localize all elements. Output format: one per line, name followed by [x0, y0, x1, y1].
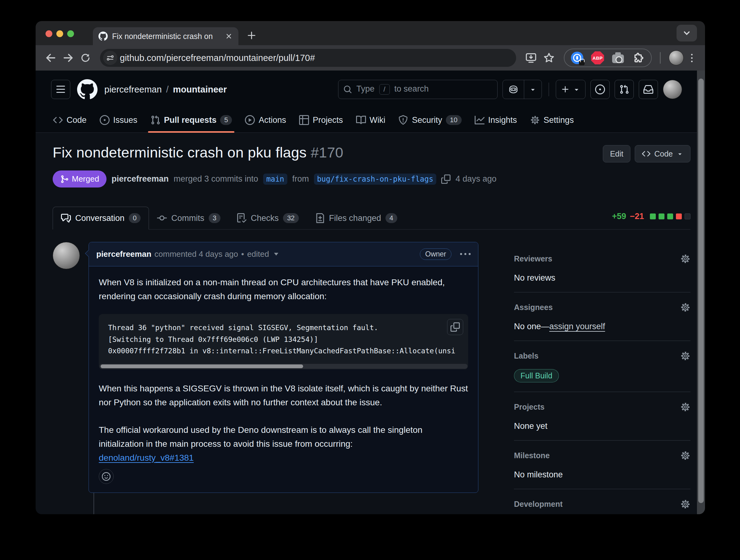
play-icon: [245, 115, 255, 125]
copy-branch-button[interactable]: [441, 175, 451, 184]
tab-checks[interactable]: Checks 32: [228, 207, 307, 229]
search-placeholder: Type / to search: [356, 84, 492, 95]
comment-options-button[interactable]: [460, 249, 471, 259]
search-input[interactable]: Type / to search: [338, 80, 497, 99]
minimize-window-button[interactable]: [56, 30, 63, 37]
project-icon: [299, 115, 309, 125]
code-line: 0x00007ffff2f728b1 in v8::internal::Free…: [108, 347, 455, 355]
close-tab-icon[interactable]: [225, 32, 233, 40]
git-merge-icon: [60, 175, 69, 184]
gear-icon[interactable]: [680, 402, 690, 412]
repo-tab-wiki[interactable]: Wiki: [351, 110, 390, 132]
git-pull-request-icon: [151, 115, 160, 125]
breadcrumb-repo[interactable]: mountaineer: [173, 85, 226, 95]
lock-icon: [579, 60, 584, 65]
header-actions: Type / to search: [338, 80, 682, 99]
graph-icon: [475, 115, 484, 125]
close-window-button[interactable]: [45, 30, 52, 37]
reviewers-value: No reviews: [514, 273, 690, 283]
repo-tab-projects[interactable]: Projects: [294, 110, 348, 132]
add-reaction-button[interactable]: [99, 469, 114, 484]
issues-dashboard-button[interactable]: [590, 80, 610, 99]
github-header: piercefreeman / mountaineer Type / to se…: [35, 71, 697, 105]
browser-profile-avatar[interactable]: [669, 50, 684, 65]
browser-toolbar: github.com/piercefreeman/mountaineer/pul…: [35, 45, 705, 71]
code-horizontal-scrollbar[interactable]: [99, 364, 468, 369]
comment-meta-dot: •: [241, 249, 244, 259]
issue-link[interactable]: denoland/rusty_v8#1381: [99, 453, 194, 462]
copilot-button[interactable]: [502, 80, 542, 99]
repo-tab-actions[interactable]: Actions: [240, 110, 291, 132]
label-full-build[interactable]: Full Build: [514, 369, 559, 382]
pull-requests-dashboard-button[interactable]: [615, 80, 634, 99]
browser-menu-button[interactable]: [687, 54, 697, 62]
scrollbar-thumb[interactable]: [101, 364, 303, 368]
edited-caret-icon[interactable]: [274, 253, 278, 255]
code-button[interactable]: Code: [635, 145, 690, 162]
user-avatar[interactable]: [663, 80, 682, 99]
repo-tab-settings[interactable]: Settings: [525, 110, 579, 132]
breadcrumb-owner[interactable]: piercefreeman: [104, 85, 162, 95]
site-info-button[interactable]: [103, 51, 117, 65]
page-scrollbar[interactable]: [697, 71, 705, 514]
pr-sidebar: Reviewers No reviews Assignees No one—as…: [514, 242, 690, 514]
tab-search-button[interactable]: [676, 25, 697, 41]
sidebar-divider: [514, 341, 690, 341]
code-icon: [642, 149, 651, 158]
pr-main: Fix nondeterministic crash on pku flags …: [35, 133, 697, 514]
zoom-window-button[interactable]: [67, 30, 74, 37]
back-button[interactable]: [43, 51, 58, 65]
head-branch-badge[interactable]: bug/fix-crash-on-pku-flags: [314, 174, 437, 185]
install-app-button[interactable]: [524, 50, 538, 65]
assign-yourself-link[interactable]: assign yourself: [549, 322, 605, 331]
screenshot-extension-button[interactable]: [612, 51, 625, 64]
copy-code-button[interactable]: [447, 319, 463, 335]
issue-opened-icon: [595, 85, 605, 94]
gear-icon[interactable]: [680, 450, 690, 461]
comment-edited[interactable]: edited: [247, 249, 269, 259]
create-new-button[interactable]: [556, 80, 585, 99]
comment-author-avatar[interactable]: [53, 242, 80, 269]
repo-tab-issues[interactable]: Issues: [95, 110, 143, 132]
repo-tab-security[interactable]: Security10: [393, 110, 466, 132]
forward-button[interactable]: [61, 51, 75, 65]
notifications-button[interactable]: [639, 80, 658, 99]
tab-conversation[interactable]: Conversation 0: [53, 207, 149, 230]
global-nav-menu-button[interactable]: [51, 80, 70, 99]
reload-button[interactable]: [78, 51, 93, 65]
tab-commits[interactable]: Commits 3: [149, 207, 228, 229]
browser-tab[interactable]: Fix nondeterministic crash on: [93, 27, 239, 45]
gear-icon[interactable]: [680, 254, 690, 264]
extensions-menu-button[interactable]: [632, 51, 645, 64]
timeline-connector: [94, 493, 94, 514]
gear-icon[interactable]: [680, 302, 690, 313]
sidebar-section-reviewers: Reviewers No reviews: [514, 248, 690, 297]
repo-tab-pull-requests[interactable]: Pull requests5: [146, 110, 237, 132]
scrollbar-thumb[interactable]: [698, 79, 704, 503]
search-icon: [343, 85, 352, 94]
base-branch-badge[interactable]: main: [263, 174, 287, 185]
tab-files-changed[interactable]: Files changed 4: [307, 207, 405, 229]
caret-down-icon: [573, 86, 580, 93]
pr-title-actions: Edit Code: [603, 144, 690, 162]
new-tab-button[interactable]: [247, 30, 257, 41]
development-title: Development: [514, 500, 563, 509]
sidebar-section-milestone: Milestone No milestone: [514, 445, 690, 493]
bookmark-button[interactable]: [542, 50, 556, 65]
github-logo-icon[interactable]: [77, 79, 98, 100]
comment-author[interactable]: piercefreeman: [96, 249, 152, 259]
repo-tab-insights[interactable]: Insights: [470, 110, 522, 132]
diffstat-block: [659, 214, 664, 219]
edit-button[interactable]: Edit: [603, 145, 630, 162]
diffstat-block: [650, 214, 656, 219]
gear-icon[interactable]: [680, 499, 690, 509]
gear-icon[interactable]: [680, 351, 690, 361]
merge-author[interactable]: piercefreeman: [111, 174, 169, 184]
deletions-count: −21: [630, 212, 644, 221]
address-bar[interactable]: github.com/piercefreeman/mountaineer/pul…: [100, 49, 516, 67]
pr-number: #170: [311, 144, 343, 160]
onepassword-extension-button[interactable]: [571, 51, 584, 64]
repo-tab-code[interactable]: Code: [48, 110, 92, 132]
repo-nav: Code Issues Pull requests5 Actions Proje…: [35, 105, 697, 133]
adblock-extension-button[interactable]: ABP: [591, 51, 604, 64]
